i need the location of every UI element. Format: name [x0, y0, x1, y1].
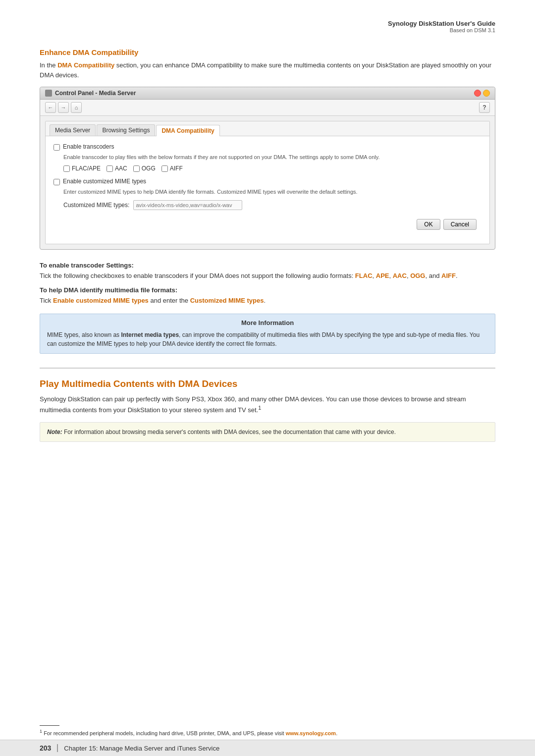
aac-format: AAC — [393, 272, 407, 279]
guide-subtitle: Based on DSM 3.1 — [40, 27, 495, 33]
home-button[interactable]: ⌂ — [71, 102, 82, 113]
page-number: 203 — [40, 744, 58, 752]
enhance-heading: Enhance DMA Compatibility — [40, 48, 495, 56]
codec-ogg: OGG — [133, 165, 156, 172]
dialog-body: Media Server Browsing Settings DMA Compa… — [45, 121, 490, 244]
mime-description: Enter customized MIME types to help DMA … — [63, 188, 482, 196]
customized-mime-link[interactable]: Customized MIME types — [190, 297, 264, 304]
note-box: Note: For information about browsing med… — [40, 422, 495, 442]
more-info-text: MIME types, also known as Internet media… — [47, 330, 488, 348]
transcoder-instructions: To enable transcoder Settings: Tick the … — [40, 262, 495, 281]
page-header: Synology DiskStation User's Guide Based … — [40, 20, 495, 33]
flac-format: FLAC — [355, 272, 373, 279]
aiff-label: AIFF — [170, 165, 183, 172]
app-icon — [45, 90, 52, 97]
dialog-title: Control Panel - Media Server — [55, 90, 136, 97]
footnote-ref: 1 — [258, 405, 261, 411]
back-button[interactable]: ← — [45, 102, 56, 113]
enable-transcoders-row: Enable transcoders — [54, 143, 482, 151]
dialog-titlebar: Control Panel - Media Server — [40, 87, 495, 100]
dialog-footer: OK Cancel — [54, 215, 482, 234]
guide-title: Synology DiskStation User's Guide — [40, 20, 495, 27]
enhance-intro: In the DMA Compatibility section, you ca… — [40, 60, 495, 80]
enable-mime-checkbox[interactable] — [54, 179, 60, 185]
dma-compat-link[interactable]: DMA Compatibility — [57, 61, 114, 69]
dialog-content: Enable transcoders Enable transcoder to … — [46, 136, 489, 244]
play-section-intro: Synology DiskStation can pair up perfect… — [40, 394, 495, 415]
dma-identify-body: Tick Enable customized MIME types and en… — [40, 296, 495, 306]
synology-link[interactable]: www.synology.com — [286, 730, 336, 736]
more-info-title: More Information — [47, 319, 488, 326]
aac-label: AAC — [115, 165, 127, 172]
dma-identify-title: To help DMA identify multimedia file for… — [40, 286, 495, 294]
bottom-bar: 203 Chapter 15: Manage Media Server and … — [0, 740, 535, 756]
mime-field-input[interactable] — [133, 200, 242, 210]
transcoder-description: Enable transcoder to play files with the… — [63, 154, 482, 161]
minimize-button[interactable] — [483, 90, 490, 97]
dialog-tabs: Media Server Browsing Settings DMA Compa… — [46, 121, 489, 136]
page-footer: 1 For recommended peripheral models, inc… — [40, 725, 495, 736]
enhance-section: Enhance DMA Compatibility In the DMA Com… — [40, 48, 495, 80]
titlebar-left: Control Panel - Media Server — [45, 90, 136, 97]
codec-aac: AAC — [107, 165, 127, 172]
codec-flac: FLAC/APE — [63, 165, 101, 172]
ape-format: APE — [376, 272, 389, 279]
close-button[interactable] — [474, 90, 481, 97]
flac-checkbox[interactable] — [63, 165, 70, 172]
enable-mime-row: Enable customized MIME types — [54, 178, 482, 185]
dialog-toolbar: ← → ⌂ ? — [40, 100, 495, 116]
mime-input-row: Customized MIME types: — [63, 200, 482, 210]
codec-row: FLAC/APE AAC OGG AIFF — [63, 165, 482, 172]
aiff-format: AIFF — [441, 272, 456, 279]
tab-dma-compatibility[interactable]: DMA Compatibility — [156, 125, 219, 136]
enable-transcoders-checkbox[interactable] — [54, 144, 60, 151]
ogg-label: OGG — [142, 165, 156, 172]
tab-browsing-settings[interactable]: Browsing Settings — [97, 124, 155, 136]
ogg-checkbox[interactable] — [133, 165, 140, 172]
tab-media-server[interactable]: Media Server — [50, 124, 96, 136]
flac-label: FLAC/APE — [72, 165, 101, 172]
dma-identify-section: To help DMA identify multimedia file for… — [40, 286, 495, 306]
internet-media-types-bold: Internet media types — [121, 331, 179, 338]
play-section: Play Multimedia Contents with DMA Device… — [40, 368, 495, 442]
enable-transcoders-label: Enable transcoders — [63, 143, 114, 150]
cancel-button[interactable]: Cancel — [443, 219, 477, 230]
footnote-divider — [40, 725, 59, 726]
play-section-heading: Play Multimedia Contents with DMA Device… — [40, 368, 495, 389]
titlebar-right — [474, 90, 490, 97]
ogg-format: OGG — [410, 272, 425, 279]
transcoder-body: Tick the following checkboxes to enable … — [40, 271, 495, 281]
note-text: For information about browsing media ser… — [64, 429, 396, 435]
note-label: Note: — [47, 429, 62, 435]
aiff-checkbox[interactable] — [161, 165, 168, 172]
more-info-box: More Information MIME types, also known … — [40, 314, 495, 354]
aac-checkbox[interactable] — [107, 165, 113, 172]
enable-mime-link[interactable]: Enable customized MIME types — [53, 297, 149, 304]
help-button[interactable]: ? — [479, 102, 490, 113]
chapter-text: Chapter 15: Manage Media Server and iTun… — [64, 745, 219, 752]
forward-button[interactable]: → — [58, 102, 69, 113]
transcoder-title: To enable transcoder Settings: — [40, 262, 495, 269]
enable-mime-label: Enable customized MIME types — [63, 178, 146, 185]
footnote-text: 1 For recommended peripheral models, inc… — [40, 729, 495, 736]
ok-button[interactable]: OK — [417, 219, 440, 230]
codec-aiff: AIFF — [161, 165, 183, 172]
mime-field-label: Customized MIME types: — [63, 202, 129, 209]
dialog-window: Control Panel - Media Server ← → ⌂ ? Med… — [40, 87, 495, 250]
